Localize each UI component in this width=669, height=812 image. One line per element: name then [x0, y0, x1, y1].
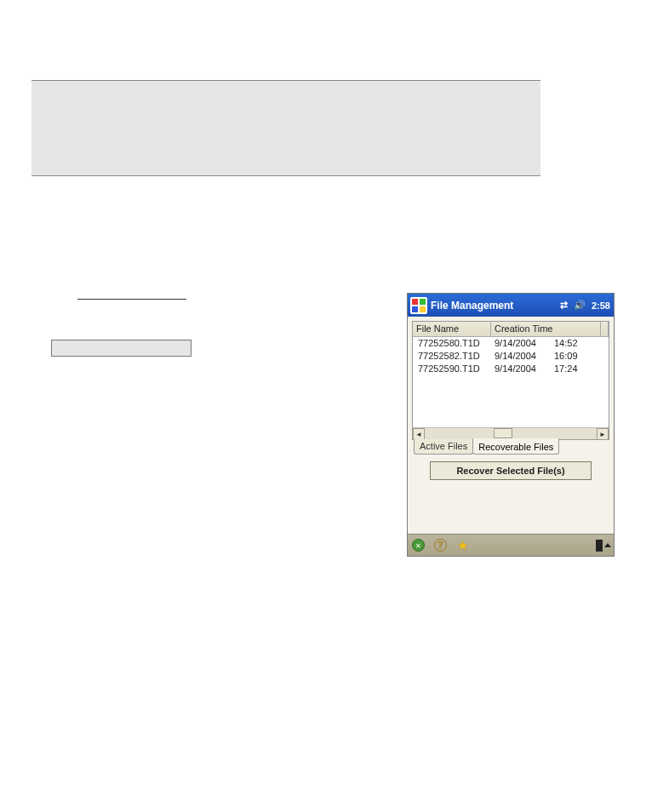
- cell-creation-time: 9/14/2004 14:52: [491, 337, 602, 350]
- star-icon[interactable]: ★: [455, 539, 469, 552]
- cell-file-name: 77252582.T1D: [413, 350, 491, 363]
- clock-text[interactable]: 2:58: [592, 300, 610, 311]
- page-gray-box: [51, 340, 192, 357]
- cell-file-name: 77252590.T1D: [413, 363, 491, 375]
- scroll-left-button[interactable]: ◄: [413, 428, 425, 440]
- tab-recoverable-files[interactable]: Recoverable Files: [472, 438, 559, 455]
- scroll-right-button[interactable]: ►: [597, 428, 609, 440]
- table-row[interactable]: 77252590.T1D 9/14/2004 17:24: [413, 363, 609, 375]
- scroll-thumb[interactable]: [494, 428, 512, 438]
- header-creation-time[interactable]: Creation Time: [491, 322, 601, 337]
- cell-file-name: 77252580.T1D: [413, 337, 491, 350]
- speaker-icon[interactable]: 🔊: [574, 300, 586, 311]
- cell-extra: [602, 363, 609, 375]
- page-gray-band: [31, 80, 540, 176]
- cell-extra: [602, 337, 609, 350]
- app-title: File Management: [431, 300, 513, 312]
- file-list[interactable]: File Name Creation Time 77252580.T1D 9/1…: [412, 321, 609, 440]
- keyboard-icon[interactable]: [597, 539, 610, 552]
- windows-start-icon[interactable]: [410, 297, 427, 314]
- header-file-name[interactable]: File Name: [413, 322, 491, 337]
- help-icon[interactable]: ?: [433, 539, 447, 552]
- table-row[interactable]: 77252580.T1D 9/14/2004 14:52: [413, 337, 609, 350]
- close-icon[interactable]: [411, 539, 425, 552]
- tab-active-files[interactable]: Active Files: [414, 439, 473, 455]
- cell-extra: [602, 350, 609, 363]
- cell-creation-time: 9/14/2004 16:09: [491, 350, 602, 363]
- horizontal-scrollbar[interactable]: ◄ ►: [413, 427, 609, 439]
- content-area: File Name Creation Time 77252580.T1D 9/1…: [408, 317, 614, 534]
- bottom-toolbar: ? ★: [408, 534, 614, 556]
- table-row[interactable]: 77252582.T1D 9/14/2004 16:09: [413, 350, 609, 363]
- pda-window: File Management ⇄ 🔊 2:58 File Name Creat…: [407, 293, 615, 557]
- cell-creation-time: 9/14/2004 17:24: [491, 363, 602, 375]
- page-underline: [77, 299, 186, 300]
- title-bar: File Management ⇄ 🔊 2:58: [408, 294, 614, 317]
- header-extra[interactable]: [601, 322, 609, 337]
- recover-selected-button[interactable]: Recover Selected File(s): [430, 461, 592, 480]
- list-header-row: File Name Creation Time: [413, 322, 609, 337]
- tab-strip: Active Files Recoverable Files: [412, 439, 609, 455]
- list-body[interactable]: 77252580.T1D 9/14/2004 14:52 77252582.T1…: [413, 337, 609, 427]
- connectivity-icon[interactable]: ⇄: [560, 300, 568, 311]
